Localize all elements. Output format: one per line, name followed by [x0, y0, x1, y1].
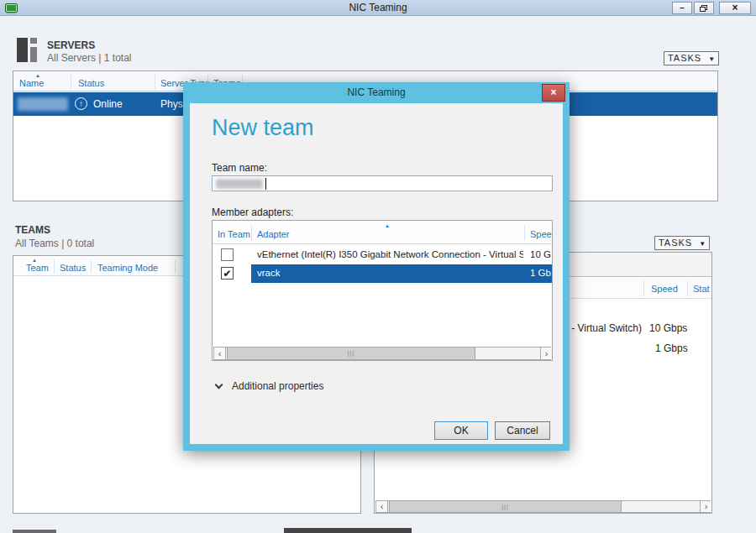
team-name-input[interactable] [212, 175, 553, 191]
window-title: NIC Teaming [0, 2, 756, 13]
servers-heading: SERVERS [47, 39, 95, 51]
servers-icon-part [30, 47, 37, 62]
servers-icon [17, 38, 28, 62]
col-status[interactable]: Status [78, 78, 104, 88]
minimize-button[interactable]: – [672, 2, 692, 14]
minimize-icon: – [680, 3, 685, 13]
adapter-speed: 1 Gbps [655, 342, 688, 354]
text-cursor [265, 178, 266, 190]
dialog-title: NIC Teaming [183, 82, 570, 103]
online-status-icon: ↑ [75, 97, 87, 110]
restore-button[interactable] [694, 2, 714, 14]
in-team-checkbox-checked[interactable]: ✔ [221, 267, 234, 280]
teams-tasks-button[interactable]: TASKS▼ [654, 236, 710, 250]
window-titlebar: NIC Teaming – × [0, 0, 756, 16]
col-speed[interactable]: Speed [651, 284, 678, 294]
team-name-label: Team name: [212, 162, 267, 174]
dialog-body: New team Team name: Member adapters: In … [190, 103, 563, 444]
col-team-status[interactable]: Status [60, 263, 86, 273]
teams-subheading: All Teams | 0 total [15, 238, 94, 249]
adapter-row-vrack[interactable]: ✔ vrack 1 Gbps [213, 264, 552, 283]
redacted-server-name [18, 97, 68, 111]
servers-icon-part [30, 38, 37, 44]
col-state[interactable]: Stat [693, 284, 711, 294]
close-icon: × [550, 86, 556, 98]
adapter-speed: 10 Gbps [649, 322, 687, 334]
server-status: Online [93, 98, 123, 110]
scroll-left-icon[interactable]: ‹ [376, 501, 388, 512]
taskbar-fragment [13, 530, 56, 533]
adapters-h-scrollbar[interactable]: ‹ ||| › [375, 500, 711, 513]
check-icon: ✔ [223, 268, 231, 280]
member-adapters-header: In Team Adapter ▲ Speed [213, 221, 552, 244]
col-adapter[interactable]: Adapter [257, 229, 290, 239]
caret-down-icon: ▼ [708, 55, 715, 63]
col-team[interactable]: Team [26, 263, 49, 273]
col-in-team[interactable]: In Team [218, 229, 250, 239]
taskbar-fragment [284, 528, 412, 533]
scrollbar-thumb[interactable]: ||| [227, 347, 475, 359]
chevron-down-icon [215, 381, 223, 389]
cancel-button[interactable]: Cancel [495, 421, 550, 440]
member-adapters-label: Member adapters: [212, 206, 293, 218]
adapter-row-vethernet[interactable]: vEthernet (Intel(R) I350 Gigabit Network… [213, 246, 552, 264]
caret-down-icon: ▼ [699, 240, 706, 248]
nic-teaming-window: NIC Teaming – × SERVERS All Servers | 1 … [0, 0, 756, 533]
dialog-h-scrollbar[interactable]: ‹ ||| › [213, 347, 551, 360]
col-teaming-mode[interactable]: Teaming Mode [97, 263, 158, 273]
redacted-team-name [216, 179, 263, 189]
teams-heading: TEAMS [15, 224, 50, 236]
scroll-right-icon[interactable]: › [540, 347, 552, 359]
col-name[interactable]: Name [19, 78, 44, 88]
servers-subheading: All Servers | 1 total [47, 52, 132, 64]
close-button[interactable]: × [719, 2, 751, 14]
servers-tasks-button[interactable]: TASKS▼ [664, 51, 719, 65]
sort-asc-icon: ▲ [385, 223, 390, 228]
dialog-close-button[interactable]: × [542, 84, 565, 102]
member-adapters-table: In Team Adapter ▲ Speed vEthernet (Intel… [212, 220, 553, 361]
new-team-dialog: NIC Teaming × New team Team name: Member… [183, 82, 570, 451]
in-team-checkbox[interactable] [221, 248, 234, 261]
scroll-right-icon[interactable]: › [700, 501, 711, 512]
close-icon: × [732, 2, 738, 13]
col-adapter-speed[interactable]: Speed [530, 229, 552, 239]
scroll-left-icon[interactable]: ‹ [214, 347, 226, 359]
dialog-heading: New team [212, 115, 314, 141]
scrollbar-thumb[interactable]: ||| [389, 501, 622, 512]
ok-button[interactable]: OK [434, 421, 488, 440]
